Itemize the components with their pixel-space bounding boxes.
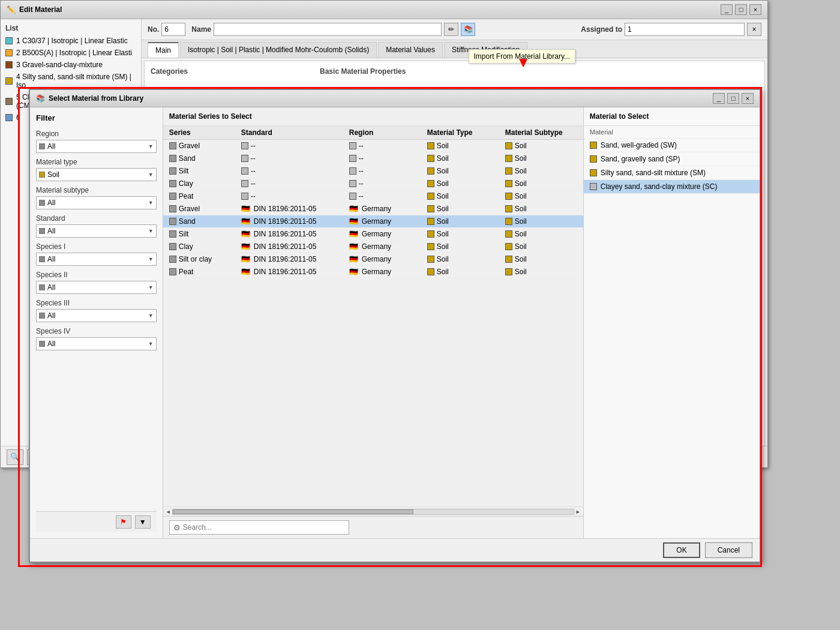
scrollbar-thumb[interactable] bbox=[173, 509, 413, 514]
series-name: Silt bbox=[179, 167, 189, 175]
type-value: Soil bbox=[437, 230, 449, 238]
list-item[interactable]: 2 B500S(A) | Isotropic | Linear Elasti bbox=[1, 47, 141, 59]
type-color bbox=[427, 180, 434, 187]
lib-close-btn[interactable]: × bbox=[742, 93, 754, 104]
no-input[interactable] bbox=[161, 23, 185, 36]
subtype-color bbox=[505, 230, 512, 238]
assigned-input[interactable] bbox=[625, 23, 745, 36]
series-row[interactable]: Silt -- -- Soil Soil bbox=[163, 165, 583, 178]
search-bottom-btn[interactable]: 🔍 bbox=[7, 449, 23, 465]
type-value: Soil bbox=[437, 205, 449, 213]
subtype-color bbox=[505, 256, 512, 263]
series-row[interactable]: Clay -- -- Soil Soil bbox=[163, 178, 583, 190]
scroll-right-arrow[interactable]: ► bbox=[574, 509, 582, 515]
scrollbar-track[interactable] bbox=[172, 509, 574, 515]
close-button[interactable]: × bbox=[749, 4, 761, 15]
series-row[interactable]: Sand -- -- Soil Soil bbox=[163, 152, 583, 165]
type-color bbox=[427, 142, 434, 149]
series-row[interactable]: Peat 🇩🇪DIN 18196:2011-05 🇩🇪Germany Soil … bbox=[163, 266, 583, 278]
list-item[interactable]: 4 Silty sand, sand-silt mixture (SM) | I… bbox=[1, 71, 141, 91]
library-controls: _ □ × bbox=[713, 93, 754, 104]
series-table: Gravel -- -- Soil Soil Sand -- -- Soil S… bbox=[163, 140, 583, 506]
maximize-button[interactable]: □ bbox=[735, 4, 747, 15]
region-value: -- bbox=[359, 192, 364, 200]
filter-apply-btn[interactable]: ▼ bbox=[135, 515, 151, 529]
region-select[interactable]: All ▼ bbox=[36, 140, 157, 153]
species2-select[interactable]: All ▼ bbox=[36, 281, 157, 294]
series-row[interactable]: Gravel 🇩🇪DIN 18196:2011-05 🇩🇪Germany Soi… bbox=[163, 203, 583, 215]
series-row[interactable]: Silt or clay 🇩🇪DIN 18196:2011-05 🇩🇪Germa… bbox=[163, 253, 583, 266]
edit-icon-btn[interactable]: ✏ bbox=[444, 23, 458, 36]
main-title: ✏️ Edit Material bbox=[7, 5, 62, 14]
flag-icon: 🇩🇪 bbox=[241, 205, 250, 213]
lib-maximize-btn[interactable]: □ bbox=[727, 93, 739, 104]
library-body: Filter Region All ▼ Material type Soil bbox=[30, 107, 760, 538]
region-value: -- bbox=[359, 179, 364, 188]
assigned-clear-btn[interactable]: × bbox=[747, 23, 761, 36]
import-library-button[interactable]: 📚 bbox=[461, 23, 475, 36]
series-row[interactable]: Peat -- -- Soil Soil bbox=[163, 190, 583, 203]
species4-select[interactable]: All ▼ bbox=[36, 337, 157, 350]
cancel-button[interactable]: Cancel bbox=[705, 542, 752, 558]
region-col-header: Region bbox=[349, 128, 427, 137]
lib-minimize-btn[interactable]: _ bbox=[713, 93, 725, 104]
select-item[interactable]: Sand, well-graded (SW) bbox=[584, 139, 760, 152]
select-item-selected[interactable]: Clayey sand, sand-clay mixture (SC) bbox=[584, 180, 760, 194]
tooltip-arrow: ▼ bbox=[516, 54, 530, 71]
series-row[interactable]: Clay 🇩🇪DIN 18196:2011-05 🇩🇪Germany Soil … bbox=[163, 241, 583, 253]
standard-select[interactable]: All ▼ bbox=[36, 224, 157, 238]
series-row-selected[interactable]: Sand 🇩🇪DIN 18196:2011-05 🇩🇪Germany Soil … bbox=[163, 215, 583, 228]
region-value: -- bbox=[359, 167, 364, 175]
row-color bbox=[169, 205, 176, 212]
series-scrollbar[interactable]: ◄ ► bbox=[163, 506, 583, 516]
series-name: Clay bbox=[179, 179, 193, 188]
species1-value: All bbox=[47, 255, 55, 263]
tab-material-values[interactable]: Material Values bbox=[378, 42, 443, 58]
search-input[interactable] bbox=[183, 523, 345, 532]
library-dialog: 📚 Select Material from Library _ □ × Fil… bbox=[29, 89, 761, 563]
filter-panel: Filter Region All ▼ Material type Soil bbox=[30, 107, 163, 538]
tab-isotropic[interactable]: Isotropic | Soil | Plastic | Modified Mo… bbox=[180, 42, 377, 58]
series-row[interactable]: Gravel -- -- Soil Soil bbox=[163, 140, 583, 152]
tab-main[interactable]: Main bbox=[148, 42, 179, 58]
material-subtype-label: Material subtype bbox=[36, 186, 157, 194]
flag-icon: 🇩🇪 bbox=[349, 268, 358, 276]
name-input[interactable] bbox=[214, 23, 442, 36]
region-filter-group: Region All ▼ bbox=[36, 130, 157, 153]
row-color bbox=[169, 155, 176, 162]
search-box[interactable]: ⚙ bbox=[169, 520, 349, 535]
filter-reset-btn[interactable]: ⚑ bbox=[116, 515, 131, 529]
std-value: -- bbox=[251, 192, 256, 200]
subtype-value: Soil bbox=[515, 179, 527, 188]
minimize-button[interactable]: _ bbox=[721, 4, 733, 15]
material-subtype-filter-group: Material subtype All ▼ bbox=[36, 186, 157, 209]
select-item-label: Clayey sand, sand-clay mixture (SC) bbox=[601, 182, 718, 191]
type-value: Soil bbox=[437, 179, 449, 188]
select-item[interactable]: Silty sand, sand-silt mixture (SM) bbox=[584, 166, 760, 180]
species3-select[interactable]: All ▼ bbox=[36, 309, 157, 322]
series-name: Clay bbox=[179, 242, 193, 251]
row-color bbox=[169, 256, 176, 263]
material-type-select[interactable]: Soil ▼ bbox=[36, 168, 157, 181]
row-color bbox=[169, 268, 176, 275]
material-subtype-select[interactable]: All ▼ bbox=[36, 196, 157, 209]
material-subtype-value: All bbox=[47, 199, 55, 207]
series-row[interactable]: Silt 🇩🇪DIN 18196:2011-05 🇩🇪Germany Soil … bbox=[163, 228, 583, 241]
material-subtype-color bbox=[39, 200, 45, 206]
ok-button[interactable]: OK bbox=[663, 542, 700, 558]
subtype-value: Soil bbox=[515, 154, 527, 163]
series-panel-title: Material Series to Select bbox=[163, 107, 583, 126]
scroll-left-arrow[interactable]: ◄ bbox=[164, 509, 172, 515]
list-item[interactable]: 3 Gravel-sand-clay-mixture bbox=[1, 59, 141, 71]
species3-dropdown-arrow: ▼ bbox=[148, 313, 154, 319]
item-color-2 bbox=[5, 49, 13, 56]
type-value: Soil bbox=[437, 268, 449, 276]
region-value: -- bbox=[359, 142, 364, 150]
flag-icon: 🇩🇪 bbox=[241, 255, 250, 263]
species4-dropdown-arrow: ▼ bbox=[148, 341, 154, 347]
select-item[interactable]: Sand, gravelly sand (SP) bbox=[584, 152, 760, 166]
list-item[interactable]: 1 C30/37 | Isotropic | Linear Elastic bbox=[1, 35, 141, 47]
main-title-bar: ✏️ Edit Material _ □ × bbox=[1, 1, 767, 19]
species1-select[interactable]: All ▼ bbox=[36, 253, 157, 266]
region-value: Germany bbox=[362, 230, 391, 238]
